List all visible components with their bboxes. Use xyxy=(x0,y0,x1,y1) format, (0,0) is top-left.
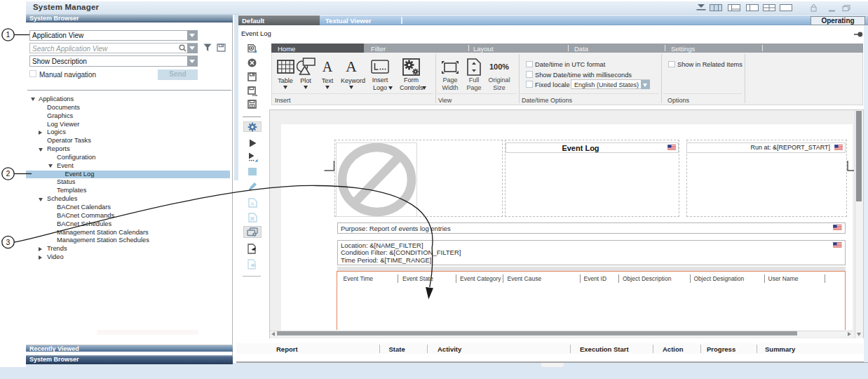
svg-text:1: 1 xyxy=(6,30,11,39)
svg-text:3: 3 xyxy=(6,238,11,246)
svg-text:2: 2 xyxy=(6,169,11,178)
